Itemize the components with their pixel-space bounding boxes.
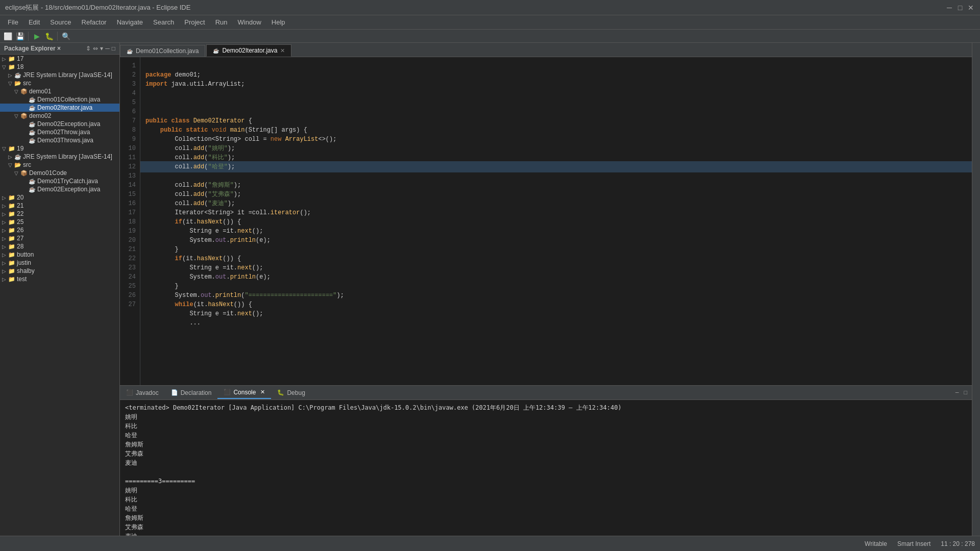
toolbar-run[interactable]: ▶	[31, 31, 42, 42]
bottom-tab-declaration[interactable]: 📄 Declaration	[165, 387, 218, 398]
toolbar-new[interactable]: ⬜	[2, 31, 13, 42]
tree-label-src-19: src	[23, 161, 31, 168]
menu-edit[interactable]: Edit	[23, 16, 45, 28]
menu-run[interactable]: Run	[210, 16, 233, 28]
tab-Demo02Iterator[interactable]: ☕ Demo02Iterator.java ✕	[206, 44, 291, 57]
expand-18[interactable]: ▽	[2, 64, 8, 70]
tree-item-demo02[interactable]: ▽ 📦 demo02	[0, 112, 119, 120]
menu-source[interactable]: Source	[45, 16, 76, 28]
tree-item-Demo01Collection[interactable]: ☕ Demo01Collection.java	[0, 95, 119, 104]
tree-item-Demo01TryCatch[interactable]: ☕ Demo01TryCatch.java	[0, 177, 119, 185]
close-button[interactable]: ✕	[967, 4, 975, 12]
expand-jre-19[interactable]: ▷	[8, 154, 14, 160]
expand-jre-18[interactable]: ▷	[8, 72, 14, 78]
maximize-button[interactable]: □	[956, 4, 964, 12]
bottom-tab-javadoc[interactable]: ⬛ Javadoc	[120, 387, 165, 398]
toolbar-search[interactable]: 🔍	[60, 31, 71, 42]
tab-close-Demo02Iterator[interactable]: ✕	[280, 47, 285, 54]
expand-src-19[interactable]: ▽	[8, 162, 14, 168]
menu-window[interactable]: Window	[233, 16, 266, 28]
expand-test[interactable]: ▷	[2, 277, 8, 282]
tab-Demo01Collection[interactable]: ☕ Demo01Collection.java	[120, 45, 205, 57]
tree-item-20[interactable]: ▷ 📁 20	[0, 193, 119, 202]
code-editor[interactable]: 12345 678910 1112131415 1617181920 21222…	[120, 57, 972, 385]
tree-item-jre-18[interactable]: ▷ ☕ JRE System Library [JavaSE-14]	[0, 71, 119, 79]
tree-item-button[interactable]: ▷ 📁 button	[0, 251, 119, 259]
menu-help[interactable]: Help	[266, 16, 290, 28]
expand-shalby[interactable]: ▷	[2, 268, 8, 274]
java-icon-Demo03Throws: ☕	[29, 137, 36, 144]
java-icon-Demo02Throw: ☕	[29, 129, 36, 136]
toolbar-debug[interactable]: 🐛	[43, 31, 55, 42]
java-icon-Demo02Exception-19: ☕	[29, 186, 36, 193]
tab-icon-Demo01Collection: ☕	[127, 48, 133, 54]
tree-item-Demo02Exception-19[interactable]: ☕ Demo02Exception.java	[0, 185, 119, 193]
sidebar-max-icon[interactable]: □	[112, 45, 115, 52]
tree-label-button: button	[17, 251, 34, 258]
collapse-all-icon[interactable]: ⇕	[86, 45, 91, 52]
btc-maximize[interactable]: □	[962, 389, 969, 397]
expand-21[interactable]: ▷	[2, 203, 8, 209]
tree-item-test[interactable]: ▷ 📁 test	[0, 275, 119, 283]
expand-17[interactable]: ▷	[2, 56, 8, 62]
tab-label-Demo01Collection: Demo01Collection.java	[136, 47, 199, 55]
expand-src-18[interactable]: ▽	[8, 81, 14, 86]
menu-project[interactable]: Project	[179, 16, 210, 28]
menu-file[interactable]: File	[3, 16, 23, 28]
menu-refactor[interactable]: Refactor	[77, 16, 112, 28]
sidebar-menu-icon[interactable]: ▾	[100, 45, 103, 52]
tree-item-25[interactable]: ▷ 📁 25	[0, 218, 119, 226]
status-bar: Writable Smart Insert 11 : 20 : 278	[0, 536, 980, 551]
editor-tabs: ☕ Demo01Collection.java ☕ Demo02Iterator…	[120, 43, 972, 57]
tree-item-17[interactable]: ▷ 📁 17	[0, 55, 119, 63]
editor-with-scroll: 12345 678910 1112131415 1617181920 21222…	[120, 57, 972, 536]
project-icon-test: 📁	[8, 276, 15, 283]
tree-item-18[interactable]: ▽ 📁 18	[0, 63, 119, 71]
tree-item-src-19[interactable]: ▽ 📂 src	[0, 161, 119, 169]
expand-justin[interactable]: ▷	[2, 260, 8, 266]
expand-26[interactable]: ▷	[2, 228, 8, 233]
tree-item-Demo02Exception[interactable]: ☕ Demo02Exception.java	[0, 120, 119, 128]
console-close[interactable]: ✕	[260, 389, 265, 395]
tree-item-justin[interactable]: ▷ 📁 justin	[0, 259, 119, 267]
console-output-sep1: =========3=========	[125, 477, 967, 486]
tree-item-22[interactable]: ▷ 📁 22	[0, 210, 119, 218]
tree-item-Demo03Throws[interactable]: ☕ Demo03Throws.java	[0, 136, 119, 144]
tree-item-demo01[interactable]: ▽ 📦 demo01	[0, 87, 119, 95]
tree-item-src-18[interactable]: ▽ 📂 src	[0, 79, 119, 87]
expand-20[interactable]: ▷	[2, 195, 8, 201]
expand-demo02[interactable]: ▽	[14, 113, 20, 119]
menu-search[interactable]: Search	[148, 16, 179, 28]
tree-item-21[interactable]: ▷ 📁 21	[0, 202, 119, 210]
expand-22[interactable]: ▷	[2, 211, 8, 217]
bottom-tab-debug[interactable]: 🐛 Debug	[271, 387, 311, 398]
tree-label-28: 28	[17, 243, 23, 250]
btc-minimize[interactable]: ─	[954, 389, 961, 397]
link-editor-icon[interactable]: ⇔	[93, 45, 98, 52]
expand-button[interactable]: ▷	[2, 252, 8, 258]
toolbar-save[interactable]: 💾	[14, 31, 26, 42]
tree-item-19[interactable]: ▽ 📁 19	[0, 144, 119, 153]
console-output-7	[125, 467, 967, 477]
tree-item-28[interactable]: ▷ 📁 28	[0, 242, 119, 251]
menu-navigate[interactable]: Navigate	[112, 16, 148, 28]
tree-label-20: 20	[17, 194, 23, 201]
sidebar-min-icon[interactable]: ─	[105, 45, 110, 52]
tree-item-27[interactable]: ▷ 📁 27	[0, 234, 119, 242]
tree-item-shalby[interactable]: ▷ 📁 shalby	[0, 267, 119, 275]
tree-item-Demo02Iterator[interactable]: ☕ Demo02Iterator.java	[0, 104, 119, 112]
expand-19[interactable]: ▽	[2, 146, 8, 152]
package-explorer-title: Package Explorer ×	[4, 45, 61, 52]
bottom-tab-console[interactable]: ⬛ Console ✕	[217, 387, 271, 399]
minimize-button[interactable]: ─	[945, 4, 953, 12]
tree-item-jre-19[interactable]: ▷ ☕ JRE System Library [JavaSE-14]	[0, 153, 119, 161]
tree-item-Demo02Throw[interactable]: ☕ Demo02Throw.java	[0, 128, 119, 136]
tree-item-Demo01Code[interactable]: ▽ 📦 Demo01Code	[0, 169, 119, 177]
code-content[interactable]: package demo01; import java.util.ArrayLi…	[140, 57, 972, 385]
tree-item-26[interactable]: ▷ 📁 26	[0, 226, 119, 234]
expand-25[interactable]: ▷	[2, 219, 8, 225]
expand-demo01[interactable]: ▽	[14, 89, 20, 94]
expand-28[interactable]: ▷	[2, 244, 8, 249]
expand-27[interactable]: ▷	[2, 236, 8, 241]
expand-Demo01Code[interactable]: ▽	[14, 170, 20, 176]
